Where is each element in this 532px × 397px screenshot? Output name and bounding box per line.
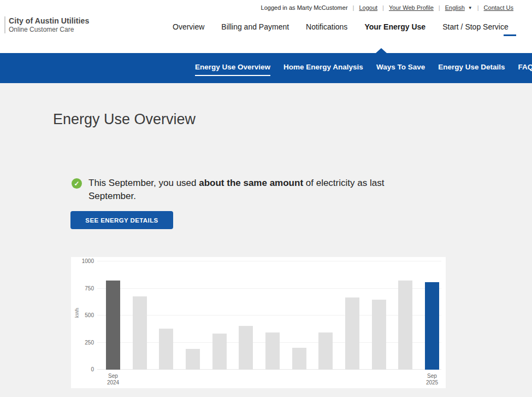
bar-sep-2024 <box>106 281 120 370</box>
x-tick-month: Sep <box>416 373 448 380</box>
nav-item-notifications[interactable]: Notifications <box>306 22 347 31</box>
header: Logged in as Marty McCustomer | Logout |… <box>0 0 532 53</box>
x-tick-year: 2025 <box>416 380 448 386</box>
usage-summary-message: ✓ This September, you used about the sam… <box>72 177 425 203</box>
energy-sub-nav: Energy Use Overview Home Energy Analysis… <box>0 53 532 83</box>
bar-feb-2025 <box>239 326 253 370</box>
summary-prefix: This September, you used <box>88 178 199 188</box>
y-tick-label: 1000 <box>73 259 94 264</box>
main-nav: Overview Billing and Payment Notificatio… <box>173 0 509 53</box>
menu-bar <box>504 34 516 36</box>
bar-sep-2025 <box>425 282 439 370</box>
hamburger-menu-icon[interactable] <box>504 27 516 36</box>
subnav-item-energy-use-details[interactable]: Energy Use Details <box>438 61 505 76</box>
nav-item-billing-and-payment[interactable]: Billing and Payment <box>221 22 289 31</box>
brand-logo: City of Austin Utilities Online Customer… <box>4 16 89 33</box>
active-nav-pointer <box>376 48 387 53</box>
bar-mar-2025 <box>265 332 280 370</box>
bar-jul-2025 <box>372 300 386 370</box>
y-tick-label: 500 <box>73 313 94 318</box>
bar-jun-2025 <box>345 297 359 370</box>
subnav-item-faqs[interactable]: FAQs <box>518 61 532 76</box>
nav-item-your-energy-use[interactable]: Your Energy Use <box>364 22 425 31</box>
nav-item-overview[interactable]: Overview <box>173 22 204 31</box>
bar-dec-2024 <box>186 349 200 370</box>
subnav-item-energy-use-overview[interactable]: Energy Use Overview <box>195 61 270 76</box>
bar-nov-2024 <box>159 329 173 370</box>
bar-oct-2024 <box>133 296 147 370</box>
chart-plot <box>97 261 441 370</box>
energy-use-chart: kWh 02505007501000 Sep 2024 Sep 2025 <box>71 257 446 388</box>
y-tick-label: 0 <box>73 367 94 372</box>
bar-may-2025 <box>318 332 333 370</box>
x-tick-last: Sep 2025 <box>416 373 448 386</box>
bar-apr-2025 <box>292 348 306 370</box>
brand-divider <box>4 16 5 33</box>
nav-item-start-stop-service[interactable]: Start / Stop Service <box>442 22 509 31</box>
gridline <box>97 261 441 261</box>
usage-summary-text: This September, you used about the same … <box>88 177 424 203</box>
y-tick-label: 250 <box>73 340 94 346</box>
x-tick-first: Sep 2024 <box>97 373 129 386</box>
y-tick-label: 750 <box>73 286 94 291</box>
page-title: Energy Use Overview <box>53 111 196 128</box>
summary-bold: about the same amount <box>199 178 303 188</box>
gridline <box>97 288 441 289</box>
brand-title: City of Austin Utilities <box>9 16 89 25</box>
bar-jan-2025 <box>212 334 227 370</box>
check-circle-icon: ✓ <box>72 178 82 189</box>
bar-aug-2025 <box>398 281 412 370</box>
sub-nav-items: Energy Use Overview Home Energy Analysis… <box>195 53 532 83</box>
see-energy-details-button[interactable]: SEE ENERGY DETAILS <box>70 211 173 229</box>
brand-subtitle: Online Customer Care <box>9 26 89 33</box>
gridline <box>97 315 441 316</box>
subnav-item-ways-to-save[interactable]: Ways To Save <box>376 61 425 76</box>
x-tick-month: Sep <box>97 373 129 380</box>
subnav-item-home-energy-analysis[interactable]: Home Energy Analysis <box>283 61 363 76</box>
x-tick-year: 2024 <box>97 380 129 386</box>
